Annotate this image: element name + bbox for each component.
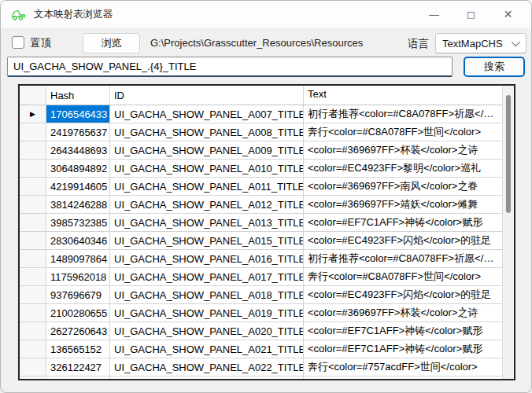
id-cell[interactable] <box>110 376 304 379</box>
text-cell[interactable]: 奔行<color=#C8A078FF>世间</color> <box>304 268 502 285</box>
row-header-cell[interactable] <box>20 304 46 321</box>
table-row[interactable]: 2643448693UI_GACHA_SHOW_PANEL_A009_TITLE… <box>20 141 502 160</box>
always-on-top-checkbox[interactable] <box>12 36 24 49</box>
table-row[interactable]: 1175962018UI_GACHA_SHOW_PANEL_A017_TITLE… <box>20 268 502 286</box>
search-button[interactable]: 搜索 <box>464 57 525 77</box>
id-cell[interactable]: UI_GACHA_SHOW_PANEL_A013_TITLE <box>110 214 304 231</box>
titlebar[interactable]: 文本映射表浏览器 — ◻ ✕ <box>1 1 531 28</box>
app-window: 文本映射表浏览器 — ◻ ✕ 置顶 浏览 G:\Projects\Grasscu… <box>0 0 532 393</box>
table-row[interactable]: 3985732385UI_GACHA_SHOW_PANEL_A013_TITLE… <box>20 214 502 232</box>
row-header-cell[interactable] <box>20 268 46 285</box>
table-row[interactable]: 2830640346UI_GACHA_SHOW_PANEL_A015_TITLE… <box>20 232 502 250</box>
hash-cell[interactable]: 136565152 <box>46 340 110 358</box>
column-header-hash[interactable]: Hash <box>46 86 110 105</box>
close-button[interactable]: ✕ <box>490 1 526 28</box>
column-header-id[interactable]: ID <box>110 86 304 105</box>
language-label: 语言 <box>408 37 429 51</box>
id-cell[interactable]: UI_GACHA_SHOW_PANEL_A022_TITLE <box>110 358 304 376</box>
current-row-marker-icon: ▶ <box>30 110 35 118</box>
id-cell[interactable]: UI_GACHA_SHOW_PANEL_A007_TITLE <box>110 105 304 123</box>
id-cell[interactable]: UI_GACHA_SHOW_PANEL_A021_TITLE <box>110 340 304 358</box>
minimize-button[interactable]: — <box>416 1 453 28</box>
row-header-cell[interactable] <box>20 160 46 177</box>
id-cell[interactable]: UI_GACHA_SHOW_PANEL_A008_TITLE <box>110 123 304 141</box>
row-header-cell[interactable] <box>20 250 46 267</box>
table-row-partial[interactable]: 初行者推荐<color=#C8A078FF>祈愿</color> <box>20 376 502 379</box>
hash-cell[interactable]: 3814246288 <box>46 196 110 213</box>
row-header-cell[interactable]: ▶ <box>20 105 46 123</box>
row-header-cell[interactable] <box>20 214 46 231</box>
row-header-cell[interactable] <box>20 196 46 213</box>
language-select[interactable]: TextMapCHS <box>435 33 526 53</box>
id-cell[interactable]: UI_GACHA_SHOW_PANEL_A020_TITLE <box>110 322 304 340</box>
scrollbar-thumb[interactable] <box>506 95 511 213</box>
table-row[interactable]: 2100280655UI_GACHA_SHOW_PANEL_A019_TITLE… <box>20 304 502 322</box>
hash-cell[interactable]: 2830640346 <box>46 232 110 249</box>
row-header-cell[interactable] <box>20 358 46 376</box>
text-cell[interactable]: <color=#369697FF>南风</color>之眷 <box>304 178 502 195</box>
text-cell[interactable]: <color=#EC4923FF>闪焰</color>的驻足 <box>304 286 502 303</box>
hash-cell[interactable]: 326122427 <box>46 358 110 376</box>
hash-cell[interactable] <box>46 376 110 379</box>
table-row[interactable]: 326122427UI_GACHA_SHOW_PANEL_A022_TITLE奔… <box>20 358 502 376</box>
text-cell[interactable]: 奔行<color=#C8A078FF>世间</color> <box>304 123 502 141</box>
text-cell[interactable]: <color=#369697FF>杯装</color>之诗 <box>304 304 502 321</box>
text-cell[interactable]: <color=#EF7C1AFF>神铸</color>赋形 <box>304 322 502 340</box>
text-cell[interactable]: 奔行<color=#757acdFF>世间</color> <box>304 358 502 376</box>
table-row[interactable]: 1489097864UI_GACHA_SHOW_PANEL_A016_TITLE… <box>20 250 502 268</box>
id-cell[interactable]: UI_GACHA_SHOW_PANEL_A009_TITLE <box>110 141 304 159</box>
hash-cell[interactable]: 2643448693 <box>46 141 110 159</box>
text-cell[interactable]: 初行者推荐<color=#C8A078FF>祈愿</color> <box>304 376 502 379</box>
table-row[interactable]: 3814246288UI_GACHA_SHOW_PANEL_A012_TITLE… <box>20 196 502 214</box>
id-cell[interactable]: UI_GACHA_SHOW_PANEL_A016_TITLE <box>110 250 304 267</box>
id-cell[interactable]: UI_GACHA_SHOW_PANEL_A019_TITLE <box>110 304 304 321</box>
table-row[interactable]: 4219914605UI_GACHA_SHOW_PANEL_A011_TITLE… <box>20 178 502 196</box>
row-header-cell[interactable] <box>20 123 46 141</box>
table-row[interactable]: 937696679UI_GACHA_SHOW_PANEL_A018_TITLE<… <box>20 286 502 304</box>
grid-corner-cell[interactable] <box>20 86 46 105</box>
text-cell[interactable]: <color=#EF7C1AFF>神铸</color>赋形 <box>304 340 502 358</box>
hash-cell[interactable]: 3985732385 <box>46 214 110 231</box>
search-row: 搜索 <box>1 57 531 78</box>
row-header-cell[interactable] <box>20 232 46 249</box>
table-row[interactable]: 2419765637UI_GACHA_SHOW_PANEL_A008_TITLE… <box>20 123 502 141</box>
id-cell[interactable]: UI_GACHA_SHOW_PANEL_A012_TITLE <box>110 196 304 213</box>
hash-cell[interactable]: 3064894892 <box>46 160 110 177</box>
column-header-text[interactable]: Text <box>304 86 502 105</box>
id-cell[interactable]: UI_GACHA_SHOW_PANEL_A015_TITLE <box>110 232 304 249</box>
row-header-cell[interactable] <box>20 178 46 195</box>
text-cell[interactable]: <color=#369697FF>杯装</color>之诗 <box>304 141 502 159</box>
id-cell[interactable]: UI_GACHA_SHOW_PANEL_A011_TITLE <box>110 178 304 195</box>
row-header-cell[interactable] <box>20 141 46 159</box>
text-cell[interactable]: <color=#EF7C1AFF>神铸</color>赋形 <box>304 214 502 231</box>
hash-cell[interactable]: 1175962018 <box>46 268 110 285</box>
window-controls: — ◻ ✕ <box>416 1 526 28</box>
row-header-cell[interactable] <box>20 286 46 303</box>
vertical-scrollbar[interactable] <box>502 86 514 379</box>
id-cell[interactable]: UI_GACHA_SHOW_PANEL_A018_TITLE <box>110 286 304 303</box>
text-cell[interactable]: <color=#EC4923FF>闪焰</color>的驻足 <box>304 232 502 249</box>
hash-cell[interactable]: 2627260643 <box>46 322 110 340</box>
hash-cell[interactable]: 937696679 <box>46 286 110 303</box>
browse-button[interactable]: 浏览 <box>83 33 140 53</box>
id-cell[interactable]: UI_GACHA_SHOW_PANEL_A010_TITLE <box>110 160 304 177</box>
row-header-cell[interactable] <box>20 376 46 379</box>
table-row[interactable]: ▶1706546433UI_GACHA_SHOW_PANEL_A007_TITL… <box>20 105 502 123</box>
hash-cell[interactable]: 1489097864 <box>46 250 110 267</box>
row-header-cell[interactable] <box>20 340 46 358</box>
hash-cell[interactable]: 2100280655 <box>46 304 110 321</box>
text-cell[interactable]: 初行者推荐<color=#C8A078FF>祈愿</color> <box>304 250 502 267</box>
search-input[interactable] <box>7 57 453 77</box>
table-row[interactable]: 3064894892UI_GACHA_SHOW_PANEL_A010_TITLE… <box>20 160 502 178</box>
hash-cell[interactable]: 4219914605 <box>46 178 110 195</box>
text-cell[interactable]: 初行者推荐<color=#C8A078FF>祈愿</color> <box>304 105 502 123</box>
table-row[interactable]: 136565152UI_GACHA_SHOW_PANEL_A021_TITLE<… <box>20 340 502 358</box>
text-cell[interactable]: <color=#EC4923FF>黎明</color>巡礼 <box>304 160 502 177</box>
hash-cell[interactable]: 1706546433 <box>46 105 110 123</box>
maximize-button[interactable]: ◻ <box>453 1 490 28</box>
id-cell[interactable]: UI_GACHA_SHOW_PANEL_A017_TITLE <box>110 268 304 285</box>
text-cell[interactable]: <color=#369697FF>靖妖</color>傩舞 <box>304 196 502 213</box>
hash-cell[interactable]: 2419765637 <box>46 123 110 141</box>
row-header-cell[interactable] <box>20 322 46 340</box>
table-row[interactable]: 2627260643UI_GACHA_SHOW_PANEL_A020_TITLE… <box>20 322 502 340</box>
